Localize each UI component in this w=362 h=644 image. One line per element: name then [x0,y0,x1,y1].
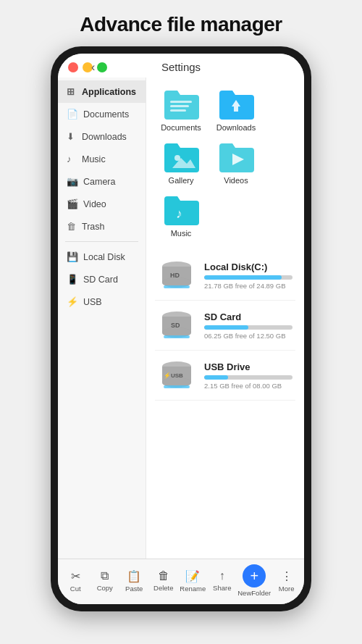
disk-image-usb: ⚡USB [158,356,195,394]
main-content: ⊞ Applications 📄 Documents ⬇ Downloads ♪… [58,78,304,559]
disk-item-usb[interactable]: ⚡USB USB Drive 2.15 GB free of 08.00 GB [155,351,295,401]
folder-item-downloads[interactable]: Downloads [210,85,262,135]
toolbar-copy-label: Copy [97,584,113,592]
sidebar-item-localdisk[interactable]: 💾 Local Disk [58,246,146,268]
disk-free-sdcard: 06.25 GB free of 12.50 GB [204,332,292,340]
trash-icon: 🗑 [67,221,77,232]
toolbar-rename-label: Rename [180,585,206,593]
right-panel: Documents Downloads [146,78,304,559]
tl-red[interactable] [68,62,78,72]
sidebar-label-camera: Camera [83,177,115,187]
rename-icon: 📝 [185,569,200,583]
toolbar-paste-label: Paste [125,585,143,593]
folder-item-music[interactable]: ♪ Music [155,191,207,241]
sidebar-item-camera[interactable]: 📷 Camera [58,170,146,193]
disk-free-usb: 2.15 GB free of 08.00 GB [204,382,292,390]
folder-label-documents: Documents [161,123,201,132]
more-icon: ⋮ [281,569,292,583]
svg-rect-1 [170,105,189,107]
sidebar-label-usb: USB [83,297,102,307]
disk-info-localdisk: Local Disk(C:) 21.78 GB free of 24.89 GB [204,262,292,290]
svg-text:SD: SD [171,322,180,329]
disk-image-sd: SD [158,306,195,344]
sidebar-item-sdcard[interactable]: 📱 SD Card [58,268,146,290]
delete-icon: 🗑 [158,569,169,582]
sidebar-label-localdisk: Local Disk [83,252,125,262]
video-icon: 🎬 [67,198,78,209]
sidebar-item-usb[interactable]: ⚡ USB [58,290,146,313]
sidebar-item-documents[interactable]: 📄 Documents [58,103,146,125]
tl-green[interactable] [97,62,107,72]
disk-item-sdcard[interactable]: SD SD Card 06.25 GB free of 12.50 GB [155,301,295,351]
folder-grid: Documents Downloads [155,85,295,241]
disk-bar-fill-localdisk [204,275,282,280]
copy-icon: ⧉ [101,569,109,582]
sidebar-item-video[interactable]: 🎬 Video [58,193,146,215]
disk-info-usb: USB Drive 2.15 GB free of 08.00 GB [204,361,292,390]
sidebar-label-applications: Applications [82,87,136,97]
disk-bar-fill-sdcard [204,325,248,330]
toolbar-newfolder[interactable]: + NewFolder [237,564,271,597]
sidebar-label-video: Video [83,199,106,209]
sidebar-item-applications[interactable]: ⊞ Applications [58,80,146,103]
toolbar-copy[interactable]: ⧉ Copy [91,569,119,592]
folder-icon-downloads [216,88,256,121]
traffic-lights [68,62,107,72]
folder-label-music: Music [171,229,192,238]
camera-icon: 📷 [67,176,78,187]
sidebar-label-downloads: Downloads [82,132,127,142]
svg-rect-0 [170,101,192,103]
folder-item-videos[interactable]: Videos [210,138,262,188]
svg-text:⚡USB: ⚡USB [164,372,183,379]
svg-rect-19 [164,335,190,338]
disk-name-localdisk: Local Disk(C:) [204,262,292,272]
folder-label-downloads: Downloads [216,123,256,132]
toolbar-share-label: Share [213,584,231,592]
folder-label-gallery: Gallery [169,176,194,185]
sidebar: ⊞ Applications 📄 Documents ⬇ Downloads ♪… [58,78,146,559]
sidebar-item-music[interactable]: ♪ Music [58,148,146,170]
svg-rect-2 [170,109,186,112]
music-icon: ♪ [67,154,77,164]
newfolder-icon: + [243,564,266,587]
svg-rect-13 [164,285,190,288]
sidebar-label-sdcard: SD Card [83,275,118,285]
disk-bar-bg-usb [204,375,292,380]
page-title: Advance file manager [80,13,282,36]
sidebar-divider [65,241,138,242]
folder-item-gallery[interactable]: Gallery [155,138,207,188]
toolbar-more[interactable]: ⋮ More [273,569,300,593]
disk-bar-fill-usb [204,375,228,380]
toolbar-paste[interactable]: 📋 Paste [120,569,148,593]
toolbar-newfolder-label: NewFolder [237,589,271,597]
downloads-icon: ⬇ [67,131,77,142]
toolbar-cut-label: Cut [70,585,81,593]
disk-bar-bg-sdcard [204,325,292,330]
bottom-toolbar: ✂ Cut ⧉ Copy 📋 Paste 🗑 Delete 📝 Rename ↑ [58,559,304,604]
folder-label-videos: Videos [224,176,248,185]
folder-icon-music: ♪ [161,193,201,227]
disk-info-sdcard: SD Card 06.25 GB free of 12.50 GB [204,311,292,340]
disk-item-localdisk[interactable]: HD Local Disk(C:) 21.78 GB free of 24.89… [155,251,295,301]
sdcard-icon: 📱 [67,274,78,285]
toolbar-cut[interactable]: ✂ Cut [62,569,89,593]
top-bar: ‹ Settings [58,54,304,78]
folder-item-documents[interactable]: Documents [155,85,207,135]
back-arrow[interactable]: ‹ [91,61,95,74]
sidebar-item-downloads[interactable]: ⬇ Downloads [58,125,146,148]
sidebar-label-music: Music [82,154,106,164]
toolbar-share[interactable]: ↑ Share [209,569,236,592]
localdisk-icon: 💾 [67,251,78,262]
sidebar-label-documents: Documents [83,109,129,120]
folder-icon-gallery [161,141,201,174]
svg-text:♪: ♪ [176,206,182,221]
cut-icon: ✂ [71,569,80,583]
disk-name-sdcard: SD Card [204,311,292,322]
toolbar-delete[interactable]: 🗑 Delete [150,569,177,592]
svg-text:HD: HD [170,272,180,279]
sidebar-item-trash[interactable]: 🗑 Trash [58,215,146,238]
toolbar-rename[interactable]: 📝 Rename [179,569,206,593]
sidebar-label-trash: Trash [82,222,105,232]
disk-bar-bg-localdisk [204,275,292,280]
documents-icon: 📄 [67,109,78,120]
